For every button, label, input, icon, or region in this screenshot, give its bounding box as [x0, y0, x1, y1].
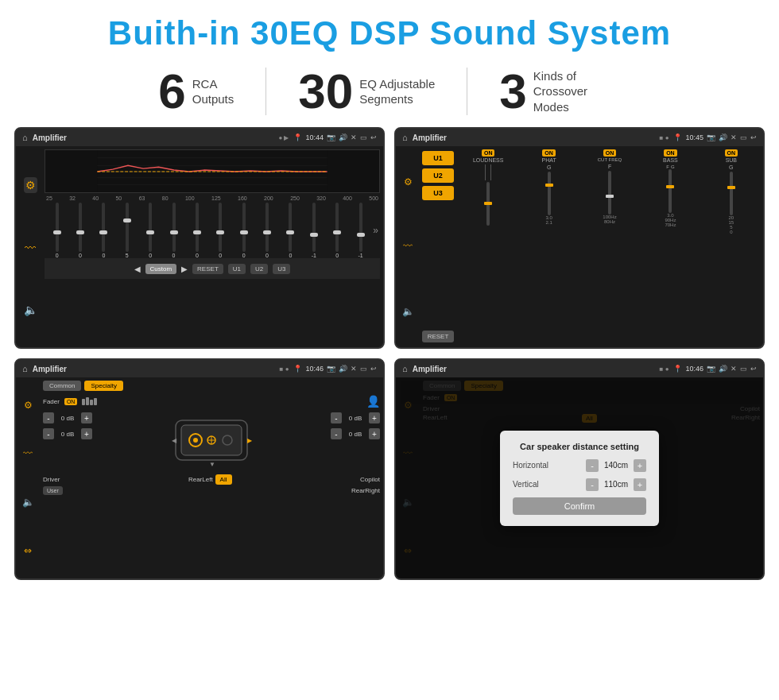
eq-slider-4[interactable]: 5	[116, 203, 138, 258]
cross-settings-icon[interactable]: 👤	[366, 395, 380, 408]
amp-bass-on[interactable]: ON	[664, 149, 677, 157]
eq-slider-3[interactable]: 0	[93, 203, 114, 258]
amp-sub-slider[interactable]	[730, 172, 733, 215]
eq-btn-u1[interactable]: U1	[228, 264, 246, 274]
cross-plus-3[interactable]: +	[369, 412, 380, 423]
dialog-horizontal-ctrl: - 140cm +	[586, 459, 646, 472]
eq-slider-11[interactable]: 0	[280, 203, 301, 258]
cross-plus-1[interactable]: +	[81, 412, 92, 423]
cross-right-db: - 0 dB + - 0 dB +	[331, 412, 380, 471]
dialog-title: Car speaker distance setting	[513, 442, 646, 451]
eq-sidebar-vol-icon[interactable]: 🔈	[24, 304, 37, 316]
cross-minus-3[interactable]: -	[331, 412, 342, 423]
cross-db-val-4: 0 dB	[344, 431, 366, 438]
dialog-vertical-ctrl: - 110cm +	[586, 478, 646, 491]
dialog-vertical-minus[interactable]: -	[586, 478, 599, 491]
page-root: Buith-in 30EQ DSP Sound System 6 RCA Out…	[0, 0, 779, 588]
eq-slider-9[interactable]: 0	[233, 203, 254, 258]
dialog-vertical-value: 110cm	[602, 480, 630, 489]
amp-phat-on[interactable]: ON	[542, 149, 556, 157]
eq-btn-u3[interactable]: U3	[273, 264, 290, 274]
home-icon-3[interactable]: ⌂	[22, 364, 28, 373]
amp-u1-btn[interactable]: U1	[422, 151, 454, 165]
svg-text:◀: ◀	[172, 437, 177, 444]
eq-prev-icon[interactable]: ◀	[134, 265, 141, 273]
eq-bottom-bar: ◀ Custom ▶ RESET U1 U2 U3	[45, 258, 380, 279]
cross-eq-icon[interactable]: ⚙	[24, 400, 33, 411]
cross-plus-4[interactable]: +	[369, 428, 380, 439]
cross-expand-icon[interactable]: ⇔	[24, 545, 32, 556]
eq-slider-2[interactable]: 0	[69, 203, 91, 258]
car-speaker-svg: ◀ ▶ ▼	[97, 412, 326, 468]
eq-graph	[45, 149, 380, 193]
amp-reset-btn[interactable]: RESET	[422, 331, 454, 342]
cross-center-controls: RearLeft All	[188, 474, 232, 485]
svg-text:▶: ▶	[247, 437, 253, 444]
dialog-horizontal-minus[interactable]: -	[586, 459, 599, 472]
dialog-body: ⚙ 〰 🔈 ⇔ Common Specialty Fader ON	[396, 377, 763, 578]
eq-body: ⚙ 〰 🔈	[16, 146, 383, 347]
home-icon[interactable]: ⌂	[22, 133, 28, 142]
home-icon-2[interactable]: ⌂	[402, 133, 408, 142]
cross-user-btn[interactable]: User	[43, 486, 63, 495]
amp-cutfreq-on[interactable]: ON	[603, 149, 617, 157]
cross-db-val-1: 0 dB	[56, 415, 79, 422]
eq-sidebar: ⚙ 〰 🔈	[19, 149, 41, 344]
screens-grid: ⌂ Amplifier ● ▶ 📍 10:44 📷 🔊 ✕ ▭ ↩ ⚙	[0, 127, 779, 588]
cross-content-area: - 0 dB + - 0 dB +	[43, 412, 380, 471]
amp-bass-label: BASS	[663, 157, 678, 163]
amp-sub-on[interactable]: ON	[725, 149, 738, 157]
cross-fader-label: Fader	[43, 398, 60, 405]
stat-rca-number: 6	[158, 67, 185, 116]
amp-eq-icon[interactable]: ⚙	[404, 176, 413, 188]
amp-sub-group: ON SUB G 20 15 5 0	[703, 149, 760, 344]
cross-minus-4[interactable]: -	[331, 428, 342, 439]
eq-slider-10[interactable]: 0	[256, 203, 277, 258]
amp-loudness-slider[interactable]	[486, 182, 490, 226]
dialog-overlay: Car speaker distance setting Horizontal …	[396, 377, 763, 578]
amp-controls: ON LOUDNESS ON PHAT G	[456, 146, 763, 347]
home-icon-4[interactable]: ⌂	[402, 364, 408, 373]
amp-u3-btn[interactable]: U3	[422, 186, 454, 200]
eq-preset-custom[interactable]: Custom	[145, 264, 177, 274]
amp-bass-group: ON BASS FG 3.0 90Hz 70Hz	[641, 149, 699, 344]
eq-slider-6[interactable]: 0	[163, 203, 184, 258]
amp-phat-slider[interactable]	[548, 172, 551, 215]
amp-sidebar: ⚙ 〰 🔈	[396, 146, 420, 347]
cross-vol-icon[interactable]: 🔈	[22, 497, 34, 508]
screen1-topbar: ⌂ Amplifier ● ▶ 📍 10:44 📷 🔊 ✕ ▭ ↩	[16, 129, 383, 146]
eq-slider-1[interactable]: 0	[46, 203, 68, 258]
screen2-title: Amplifier	[413, 133, 655, 142]
cross-db-row-2: - 0 dB +	[43, 428, 92, 439]
cross-plus-2[interactable]: +	[81, 428, 92, 439]
eq-next-icon[interactable]: ▶	[181, 265, 188, 273]
amp-wave-icon[interactable]: 〰	[403, 241, 413, 252]
amp-vol-icon[interactable]: 🔈	[402, 306, 414, 317]
stat-rca-label: RCA Outputs	[192, 76, 234, 107]
amp-u2-btn[interactable]: U2	[422, 168, 454, 183]
cross-all-btn[interactable]: All	[215, 474, 232, 485]
cross-minus-2[interactable]: -	[43, 428, 54, 439]
eq-slider-7[interactable]: 0	[186, 203, 207, 258]
dialog-confirm-button[interactable]: Confirm	[513, 497, 646, 515]
dialog-horizontal-plus[interactable]: +	[634, 459, 646, 472]
amp-loudness-on[interactable]: ON	[482, 149, 495, 157]
cross-fader-on-badge[interactable]: ON	[64, 398, 78, 405]
eq-sidebar-wave-icon[interactable]: 〰	[25, 242, 36, 254]
eq-btn-u2[interactable]: U2	[250, 264, 268, 274]
eq-slider-12[interactable]: -1	[303, 203, 324, 258]
eq-slider-14[interactable]: -1	[350, 203, 371, 258]
eq-slider-5[interactable]: 0	[140, 203, 161, 258]
cross-tab-specialty[interactable]: Specialty	[84, 381, 122, 391]
amp-cutfreq-slider[interactable]	[608, 171, 611, 215]
amp-bass-slider[interactable]	[669, 169, 672, 213]
cross-minus-1[interactable]: -	[43, 412, 54, 423]
eq-sidebar-eq-icon[interactable]: ⚙	[24, 177, 37, 193]
cross-tab-common[interactable]: Common	[43, 381, 81, 391]
eq-slider-8[interactable]: 0	[210, 203, 231, 258]
eq-slider-13[interactable]: 0	[327, 203, 348, 258]
cross-wave-icon[interactable]: 〰	[23, 448, 33, 459]
eq-btn-reset[interactable]: RESET	[192, 264, 223, 274]
cross-fader-row: Fader ON 👤	[43, 395, 380, 408]
dialog-vertical-plus[interactable]: +	[634, 478, 646, 491]
